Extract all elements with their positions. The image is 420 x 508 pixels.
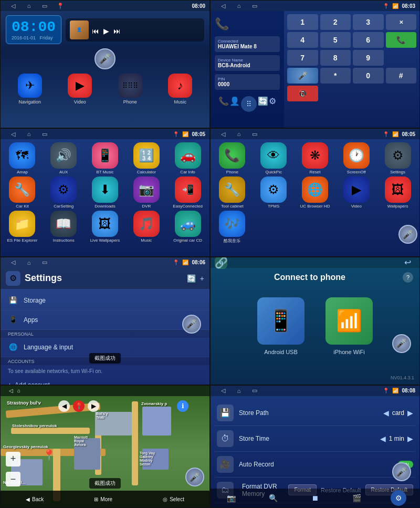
app-ucbrowser[interactable]: 🌐 UC Browser HD [296,177,335,209]
call-history-icon[interactable]: 📞 [218,96,229,112]
dial-3[interactable]: 3 [353,14,384,30]
connect-back-button[interactable]: ↩ [400,257,415,271]
map-arrow-left[interactable]: ◀ [58,400,70,412]
nav-app-phone[interactable]: ⠿⠿⠿ Phone [118,74,142,105]
store-time-next[interactable]: ▶ [407,434,413,443]
app-esfile[interactable]: 📁 ES File Explorer [3,211,42,243]
app-carkit[interactable]: 🔧 Car Kit [3,177,42,209]
dial-7[interactable]: 7 [287,50,318,66]
dial-mic[interactable]: 🎤 [287,68,318,84]
nav-app-music[interactable]: ♪ Music [168,74,192,105]
settings-mic-button[interactable]: 🎤 [182,315,201,334]
apps2-mic-button[interactable]: 🎤 [398,225,417,244]
map-mic-button[interactable]: 🎤 [185,468,204,486]
dial-6[interactable]: 6 [353,32,384,48]
app-carinfo[interactable]: 🚗 Car Info [168,142,207,174]
store-time-prev[interactable]: ◀ [380,434,386,443]
map-arrow-right[interactable]: ▶ [88,400,99,412]
phone-home-icon[interactable]: ⌂ [235,2,243,10]
dial-9[interactable]: 9 [353,50,384,66]
app-tpms[interactable]: ⚙ TPMS [254,177,293,209]
dvr-bottom-search[interactable]: 🔍 [265,490,281,506]
app-downloads[interactable]: ⬇ Downloads [86,177,125,209]
app-carsetting[interactable]: ⚙ CarSetting [44,177,83,209]
dial-2[interactable]: 2 [320,14,351,30]
dvr-home-icon[interactable]: ⌂ [235,387,243,395]
dial-4[interactable]: 4 [287,32,318,48]
dial-call[interactable]: 📞 [386,32,417,48]
settings-item-apps[interactable]: 📱 Apps [1,310,209,330]
connect-mic-button[interactable]: 🎤 [392,334,411,353]
settings-add-icon[interactable]: + [200,274,204,283]
map-zoom-in-button[interactable]: + [6,452,20,466]
app-instructions[interactable]: 📖 Instructions [44,211,83,243]
dvr-bottom-stop[interactable]: ⏹ [307,490,323,506]
dialpad-icon[interactable]: ⠿ [241,96,257,112]
settings-icon[interactable]: ⚙ [269,96,276,112]
apps1-recent-icon[interactable]: ▭ [40,130,49,138]
map-more-button[interactable]: ⊞ More [94,496,112,502]
dial-hash[interactable]: # [386,68,417,84]
app-easyconnected[interactable]: 📲 EasyConnected [168,177,207,209]
settings-item-storage[interactable]: 💾 Storage [1,291,209,310]
connect-iphone-wifi[interactable]: 📶 iPhone WiFi [326,297,373,355]
dvr-bottom-settings[interactable]: ⚙ [391,490,406,506]
app-amap[interactable]: 🗺 Amap [3,142,42,174]
map-zoom-out-button[interactable]: − [6,472,20,486]
next-track-button[interactable]: ⏭ [113,27,121,35]
settings-add-account[interactable]: + Add account [1,377,209,385]
apps1-home-icon[interactable]: ⌂ [25,130,33,138]
phone-back-icon[interactable]: ◁ [219,2,227,10]
map-back-button[interactable]: ◀ Back [26,496,44,502]
app-kuwomusic[interactable]: 🎶 酷我音乐 [213,211,252,244]
dial-end[interactable]: 📵 [287,86,318,101]
dvr-bottom-video[interactable]: 🎬 [349,490,365,506]
dial-star[interactable]: * [320,68,351,84]
contacts-icon[interactable]: 👤 [229,96,240,112]
app-music[interactable]: 🎵 Music [127,211,166,243]
dial-8[interactable]: 8 [320,50,351,66]
map-back-icon[interactable]: ◁ [9,388,13,393]
dial-delete[interactable]: ✕ [386,14,417,30]
store-path-prev[interactable]: ◀ [383,409,389,417]
apps2-home-icon[interactable]: ⌂ [235,130,243,138]
recent-icon[interactable]: ▭ [40,2,49,10]
apps1-back-icon[interactable]: ◁ [9,130,17,138]
apps2-back-icon[interactable]: ◁ [219,130,227,138]
app-settings[interactable]: ⚙ Settings [378,142,417,174]
map-select-button[interactable]: ◎ Select [163,496,184,502]
app-wallpapers[interactable]: 🖼 Wallpapers [378,177,417,209]
app-reset[interactable]: ❋ Reset [296,142,335,174]
dvr-bottom-camera[interactable]: 📷 [224,490,239,506]
app-aux[interactable]: 🔊 AUX [44,142,83,174]
app-screenoff[interactable]: 🕐 ScreenOff [337,142,376,174]
dvr-mic-button[interactable]: 🎤 [392,462,411,481]
connect-help-button[interactable]: ? [403,272,413,283]
settings-home-icon[interactable]: ⌂ [25,258,33,267]
home-icon[interactable]: ⌂ [25,2,33,10]
app-calculator[interactable]: 🔢 Calculator [127,142,166,174]
app-quickpic[interactable]: 👁 QuickPic [254,142,293,174]
settings-recent-icon[interactable]: ▭ [40,258,49,267]
mic-button[interactable]: 🎤 [94,48,116,69]
app-toolcabinet[interactable]: 🔧 Tool cabinet [213,177,252,209]
map-info-icon[interactable]: ℹ [177,400,188,412]
settings-back-icon[interactable]: ◁ [9,258,17,267]
dial-1[interactable]: 1 [287,14,318,30]
prev-track-button[interactable]: ⏮ [92,27,99,35]
dvr-recent-icon[interactable]: ▭ [250,387,259,395]
nav-app-navigation[interactable]: ✈ Navigation [18,74,42,105]
dial-5[interactable]: 5 [320,32,351,48]
app-originalcar[interactable]: 🚙 Original car CD [168,211,207,243]
dial-0[interactable]: 0 [353,68,384,84]
map-home-icon[interactable]: ⌂ [17,388,20,393]
app-video[interactable]: ▶ Video [337,177,376,209]
connect-android-usb[interactable]: 📱 Android USB [257,297,304,355]
settings-refresh-icon[interactable]: 🔄 [187,274,196,283]
back-icon[interactable]: ◁ [9,2,17,10]
app-phone[interactable]: 📞 Phone [213,142,252,174]
phone-recent-icon[interactable]: ▭ [250,2,259,10]
app-livewallpapers[interactable]: 🖼 Live Wallpapers [86,211,125,243]
nav-app-video[interactable]: ▶ Video [68,74,92,105]
dvr-back-icon[interactable]: ◁ [219,387,227,395]
